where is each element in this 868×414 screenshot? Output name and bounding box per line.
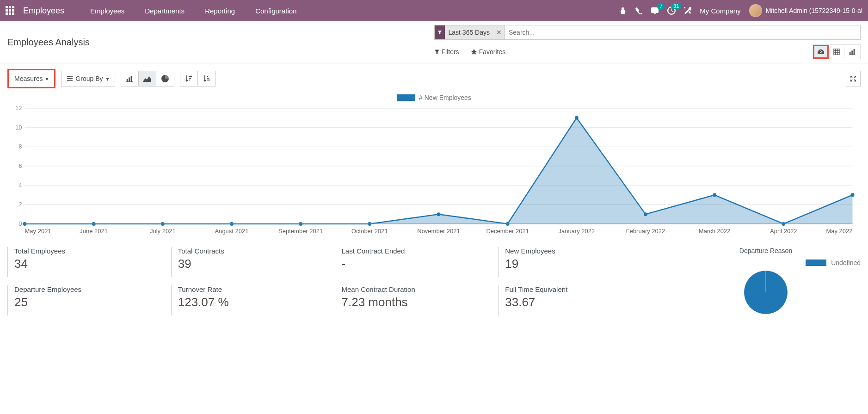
svg-text:July 2021: July 2021 [150, 228, 176, 235]
search-box[interactable]: Last 365 Days ✕ [434, 25, 861, 40]
svg-text:December 2021: December 2021 [486, 228, 529, 235]
metrics-grid: Total Employees34Total Contracts39Last C… [7, 247, 662, 315]
svg-text:4: 4 [18, 182, 22, 189]
nav-left: Employees Employees Departments Reportin… [6, 6, 305, 16]
svg-text:8: 8 [18, 143, 22, 150]
chart-legend: # New Employees [7, 94, 861, 101]
svg-text:November 2021: November 2021 [417, 228, 460, 235]
company-selector[interactable]: My Company [700, 7, 740, 15]
svg-rect-12 [127, 79, 128, 81]
dashboard-icon [817, 49, 825, 55]
svg-point-46 [644, 212, 647, 216]
metric-value: 25 [14, 295, 165, 309]
svg-rect-7 [854, 49, 855, 55]
sort-desc-button[interactable] [180, 71, 198, 86]
svg-text:August 2021: August 2021 [215, 228, 248, 235]
user-name: Mitchell Admin (15722349-15-0-al [766, 7, 862, 14]
svg-rect-5 [850, 52, 851, 55]
filter-tag-label: Last 365 Days [445, 25, 494, 39]
metric-value: 7.23 months [342, 295, 492, 309]
area-chart-icon [143, 75, 151, 82]
metric-value: - [342, 257, 492, 271]
pivot-icon [833, 49, 840, 55]
svg-text:12: 12 [15, 105, 22, 111]
nav-link-configuration[interactable]: Configuration [247, 7, 305, 15]
svg-text:February 2022: February 2022 [626, 228, 665, 235]
sort-asc-icon [203, 75, 210, 82]
list-icon [67, 76, 73, 81]
metric-card: New Employees19 [498, 247, 662, 277]
favorites-button[interactable]: Favorites [471, 48, 506, 56]
metric-label: Mean Contract Duration [342, 285, 492, 293]
metric-label: Total Employees [14, 247, 165, 255]
svg-text:0: 0 [18, 220, 22, 227]
metric-card: Mean Contract Duration7.23 months [335, 285, 499, 315]
metric-label: New Employees [505, 247, 655, 255]
metric-card: Total Employees34 [7, 247, 171, 277]
area-chart: 024681012May 2021June 2021July 2021Augus… [7, 104, 861, 238]
measures-button[interactable]: Measures ▾ [7, 69, 55, 88]
apps-icon[interactable] [6, 6, 15, 15]
avatar-icon [749, 4, 762, 17]
svg-rect-10 [67, 78, 73, 79]
groupby-button[interactable]: Group By ▾ [61, 71, 115, 87]
nav-link-employees[interactable]: Employees [82, 7, 133, 15]
metric-label: Total Contracts [178, 247, 328, 255]
search-filter-tag: Last 365 Days ✕ [435, 25, 505, 39]
svg-rect-6 [851, 50, 853, 55]
svg-text:April 2022: April 2022 [770, 228, 797, 235]
metric-value: 33.67 [505, 295, 655, 309]
metric-card: Last Contract Ended- [335, 247, 499, 277]
sort-asc-button[interactable] [198, 71, 215, 86]
user-menu[interactable]: Mitchell Admin (15722349-15-0-al [749, 4, 862, 17]
svg-rect-22 [207, 80, 210, 80]
expand-button[interactable] [846, 71, 861, 87]
svg-rect-17 [189, 76, 192, 77]
pie-chart-button[interactable] [156, 71, 174, 86]
pie-chart-icon [161, 75, 169, 82]
sort-group [180, 71, 216, 87]
messages-icon[interactable]: 7 [651, 7, 659, 14]
filter-tag-close-icon[interactable]: ✕ [493, 25, 505, 39]
svg-rect-20 [207, 76, 208, 77]
svg-text:January 2022: January 2022 [558, 228, 595, 235]
legend-label: # New Employees [419, 94, 471, 101]
nav-link-departments[interactable]: Departments [136, 7, 193, 15]
phone-icon[interactable] [635, 7, 642, 14]
svg-text:10: 10 [15, 124, 22, 131]
metrics-panel: Total Employees34Total Contracts39Last C… [0, 242, 868, 320]
graph-view-button[interactable] [844, 45, 860, 59]
bug-icon[interactable] [619, 7, 627, 14]
line-chart-button[interactable] [139, 71, 156, 86]
brand-title[interactable]: Employees [23, 6, 64, 16]
chart-container: # New Employees 024681012May 2021June 20… [0, 94, 868, 242]
caret-down-icon: ▾ [45, 75, 49, 82]
metric-value: 19 [505, 257, 655, 271]
svg-text:October 2021: October 2021 [351, 228, 388, 235]
svg-rect-0 [833, 49, 839, 55]
svg-text:2: 2 [18, 201, 22, 208]
svg-rect-11 [67, 80, 73, 81]
bar-chart-button[interactable] [121, 71, 139, 86]
svg-text:May 2021: May 2021 [25, 228, 51, 235]
svg-rect-13 [129, 77, 130, 81]
activities-badge: 31 [671, 3, 681, 9]
search-input[interactable] [505, 29, 860, 36]
expand-icon [850, 75, 856, 82]
filters-button[interactable]: Filters [434, 48, 459, 56]
metric-value: 34 [14, 257, 165, 271]
bar-chart-icon [126, 75, 133, 82]
departure-widget: Departure Reason Undefined [662, 247, 861, 315]
messages-badge: 7 [657, 3, 665, 10]
dashboard-view-button[interactable] [813, 45, 829, 59]
view-switcher [813, 44, 861, 59]
pie-chart [729, 269, 803, 315]
tools-icon[interactable] [684, 7, 691, 14]
legend-swatch [397, 94, 415, 101]
caret-down-icon: ▾ [106, 75, 109, 82]
nav-link-reporting[interactable]: Reporting [197, 7, 243, 15]
metric-card: Total Contracts39 [171, 247, 335, 277]
svg-rect-19 [189, 80, 190, 80]
activities-icon[interactable]: 31 [667, 6, 676, 15]
pivot-view-button[interactable] [829, 45, 844, 59]
